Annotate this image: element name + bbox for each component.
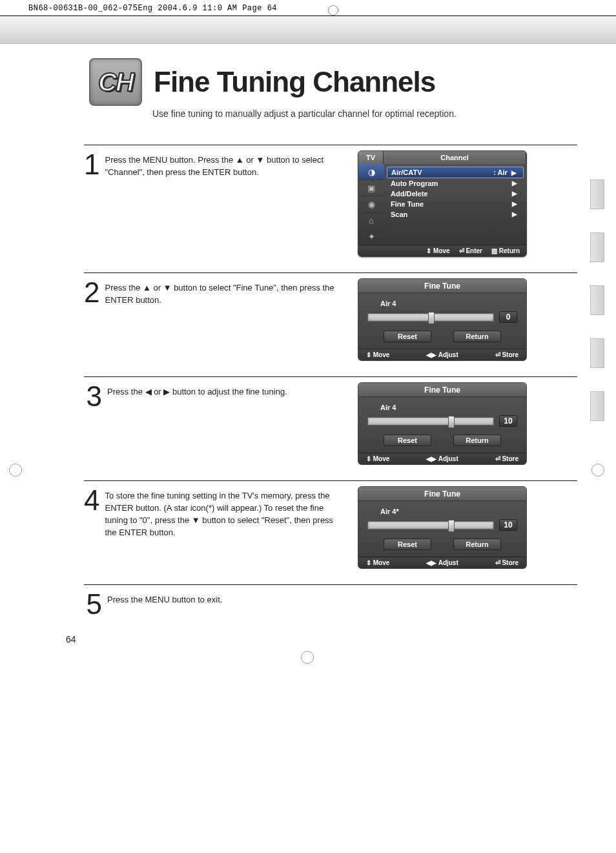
reset-button[interactable]: Reset (384, 331, 431, 342)
slider-thumb[interactable] (448, 520, 455, 532)
chevron-right-icon: ▶ (512, 190, 517, 198)
footer-move: ⇕ Move (366, 559, 389, 566)
crop-mark-icon (9, 464, 22, 477)
footer-adjust: ◀▶ Adjust (426, 455, 458, 462)
return-button[interactable]: Return (453, 435, 501, 446)
step-text: Press the ▲ or ▼ button to select "Fine … (105, 278, 342, 307)
page-subtitle: Use fine tuning to manually adjust a par… (152, 108, 577, 119)
osd-tab-channel: Channel (384, 151, 526, 164)
step-2: 2 Press the ▲ or ▼ button to select "Fin… (84, 272, 577, 376)
step-number: 1 (84, 150, 99, 179)
sound-icon: ▣ (358, 180, 384, 196)
osd-title: Fine Tune (358, 279, 526, 293)
fine-tune-slider[interactable] (367, 521, 494, 529)
slider-thumb[interactable] (448, 416, 455, 428)
return-button[interactable]: Return (453, 331, 501, 342)
osd-footer: ⇕ Move ◀▶ Adjust ⏎ Store (358, 349, 526, 360)
footer-return: ▥ Return (491, 247, 520, 254)
footer-store: ⏎ Store (495, 559, 518, 566)
osd-channel-menu: TV Channel ◑ ▣ ◉ ⌂ ✦ Air/C (358, 150, 527, 257)
menu-label: Auto Program (391, 180, 438, 187)
footer-store: ⏎ Store (495, 351, 518, 358)
step-text: Press the MENU button. Press the ▲ or ▼ … (105, 150, 342, 179)
osd-footer: ⇕ Move ◀▶ Adjust ⏎ Store (358, 557, 526, 568)
side-tab (590, 285, 604, 315)
footer-move: ⇕ Move (426, 247, 449, 254)
menu-label: Add/Delete (391, 190, 427, 198)
osd-fine-tune: Fine Tune Air 4* 10 Reset Return (358, 486, 527, 569)
page-title: Fine Tuning Channels (154, 66, 435, 98)
osd-icon-column: ◑ ▣ ◉ ⌂ ✦ (358, 164, 384, 245)
footer-move: ⇕ Move (366, 351, 389, 358)
osd-fine-tune: Fine Tune Air 4 0 Reset Return ⇕ (358, 278, 527, 361)
channel-icon: ◉ (358, 196, 384, 212)
step-4: 4 To store the fine tuning setting in th… (84, 480, 577, 584)
chevron-right-icon: ▶ (512, 211, 517, 218)
ch-badge-text: CH (98, 68, 133, 97)
menu-value: : Air (493, 169, 508, 176)
side-tab (590, 180, 604, 209)
fine-tune-value: 10 (499, 415, 517, 427)
step-3: 3 Press the ◀ or ▶ button to adjust the … (84, 376, 577, 480)
footer-store: ⏎ Store (495, 455, 518, 462)
step-number: 2 (84, 278, 99, 307)
menu-label: Scan (391, 211, 407, 218)
page-number: 64 (66, 634, 76, 644)
pip-icon: ✦ (358, 229, 384, 245)
menu-item-add-delete[interactable]: Add/Delete▶ (384, 189, 526, 199)
reset-button[interactable]: Reset (384, 435, 431, 446)
setup-icon: ⌂ (358, 212, 384, 229)
menu-item-auto-program[interactable]: Auto Program▶ (384, 178, 526, 189)
step-1: 1 Press the MENU button. Press the ▲ or … (84, 145, 577, 272)
menu-item-scan[interactable]: Scan▶ (384, 209, 526, 220)
picture-icon: ◑ (358, 164, 384, 180)
osd-title: Fine Tune (358, 383, 526, 397)
chevron-right-icon: ▶ (512, 180, 517, 187)
fine-tune-slider[interactable] (367, 313, 494, 322)
osd-tab-tv: TV (358, 151, 384, 164)
footer-adjust: ◀▶ Adjust (426, 351, 458, 358)
footer-enter: ⏎ Enter (459, 247, 482, 254)
menu-item-fine-tune[interactable]: Fine Tune▶ (384, 199, 526, 209)
fine-tune-value: 10 (499, 519, 517, 531)
channel-label: Air 4 (367, 404, 517, 411)
crop-mark-icon (301, 651, 314, 664)
crop-mark-icon (591, 464, 604, 477)
reset-button[interactable]: Reset (384, 539, 431, 550)
ch-badge: CH (89, 58, 142, 106)
menu-item-air-catv[interactable]: Air/CATV : Air ▶ (387, 167, 524, 178)
channel-label: Air 4* (367, 508, 517, 515)
step-text: Press the MENU button to exit. (107, 590, 222, 606)
fine-tune-slider[interactable] (367, 417, 494, 426)
channel-label: Air 4 (367, 300, 517, 307)
chevron-right-icon: ▶ (511, 169, 517, 176)
return-button[interactable]: Return (453, 539, 501, 550)
step-number: 5 (84, 590, 102, 619)
side-tab (590, 232, 604, 262)
chevron-right-icon: ▶ (512, 200, 517, 208)
osd-footer: ⇕ Move ⏎ Enter ▥ Return (358, 245, 526, 256)
step-5: 5 Press the MENU button to exit. (84, 584, 577, 634)
osd-footer: ⇕ Move ◀▶ Adjust ⏎ Store (358, 453, 526, 464)
osd-fine-tune: Fine Tune Air 4 10 Reset Return (358, 382, 527, 465)
print-header: BN68-00631B-00_062-075Eng 2004.6.9 11:0 … (0, 0, 616, 15)
brushed-header-bar (0, 15, 616, 44)
side-tab (590, 338, 604, 368)
side-tab (590, 391, 604, 421)
thumb-index-tabs (590, 180, 604, 421)
osd-title: Fine Tune (358, 487, 526, 501)
footer-move: ⇕ Move (366, 455, 389, 462)
step-text: To store the fine tuning setting in the … (105, 486, 342, 539)
step-text: Press the ◀ or ▶ button to adjust the fi… (107, 382, 287, 398)
fine-tune-value: 0 (499, 311, 517, 323)
menu-label: Fine Tune (391, 200, 424, 208)
menu-label: Air/CATV (391, 169, 422, 176)
footer-adjust: ◀▶ Adjust (426, 559, 458, 566)
step-number: 3 (84, 382, 102, 411)
step-number: 4 (84, 486, 99, 515)
slider-thumb[interactable] (428, 312, 435, 324)
